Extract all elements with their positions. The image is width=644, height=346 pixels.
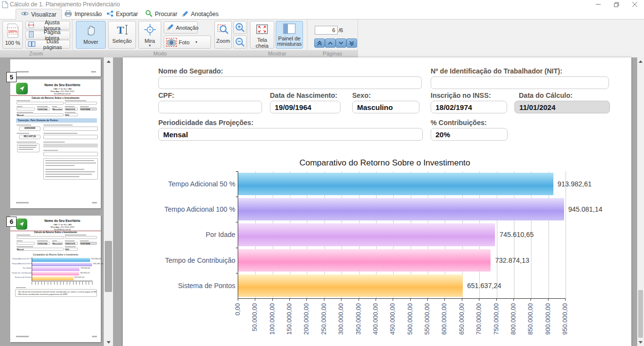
x-tick-label: 50.000,00 xyxy=(251,303,258,331)
restore-button[interactable] xyxy=(608,0,625,9)
x-tick-label: 350.000,00 xyxy=(355,303,362,335)
ribbon-toolbar: 100% 100 % Ajusta largura Página inteira… xyxy=(0,19,644,57)
two-pages-button[interactable]: Duas páginas xyxy=(25,40,70,49)
move-button[interactable]: Mover xyxy=(76,21,106,49)
cpf-input[interactable] xyxy=(158,101,262,113)
thumb-office-email: Seu@Email.com.br xyxy=(28,92,97,95)
selection-button[interactable]: T Seleção xyxy=(108,21,136,49)
data-calculo-label: Data do Cálculo: xyxy=(519,91,572,99)
crosshair-button[interactable]: Mira ▾ xyxy=(138,21,161,49)
sexo-label: Sexo: xyxy=(352,91,371,99)
tab-label: Visualizar xyxy=(31,11,57,18)
contribuicoes-label: % Contribuições: xyxy=(431,119,487,127)
thumb-value-1: 16/05/2030 xyxy=(19,127,40,131)
page-6-badge: 6 xyxy=(6,217,17,227)
thumb-calculo: 11/01/2024 xyxy=(80,108,97,110)
workspace: 5 Nome do Seu Escritório OAB: nº do Seu … xyxy=(0,57,644,346)
minimize-button[interactable] xyxy=(590,0,606,9)
crosshair-icon xyxy=(144,23,156,37)
fit-width-button[interactable]: Ajusta largura xyxy=(25,21,70,30)
thumb-contribuicoes: 20% xyxy=(65,113,78,116)
x-tick-label: 700.000,00 xyxy=(475,303,482,335)
tab-exportar[interactable]: Exportar xyxy=(101,9,143,19)
inss-label: Inscrição no INSS: xyxy=(431,91,491,99)
next-page-button[interactable] xyxy=(336,38,346,48)
tab-visualizar[interactable]: Visualizar xyxy=(16,9,62,20)
thumb-scroll-up-button[interactable] xyxy=(104,57,113,65)
thumb-category-label: Tempo de Contribuição xyxy=(12,272,31,274)
thumb-category-label: Por Idade xyxy=(12,267,31,269)
thumb-chart-bar xyxy=(32,267,79,271)
nome-segurado-input[interactable] xyxy=(158,76,422,89)
tab-impressao[interactable]: Impressão xyxy=(59,9,107,19)
x-tick-label: 800.000,00 xyxy=(510,303,517,335)
pages-group-label: Páginas xyxy=(307,51,358,56)
main-scroll-up-button[interactable] xyxy=(637,57,644,65)
zoom-in-button[interactable] xyxy=(233,21,246,34)
zoom-in-icon xyxy=(235,22,245,34)
zoom-out-button[interactable] xyxy=(233,36,246,49)
nit-input[interactable] xyxy=(431,76,609,89)
thumb-category-label: Tempo Adicional 50 % xyxy=(12,257,31,260)
x-tick-label: 200.000,00 xyxy=(303,303,310,335)
fullscreen-button[interactable]: Tela cheia xyxy=(250,21,274,49)
tab-label: Impressão xyxy=(75,11,102,18)
x-tick-label: 300.000,00 xyxy=(337,303,344,335)
tab-anotacoes[interactable]: Anotações xyxy=(176,9,224,19)
chevron-down-icon xyxy=(639,341,643,344)
x-tick-label: 650.000,00 xyxy=(458,303,465,335)
previous-page-button[interactable] xyxy=(325,38,336,48)
annotation-button[interactable]: Anotação xyxy=(164,21,198,34)
thumbnail-page-6[interactable]: Nome do Seu Escritório OAB: nº do Seu OA… xyxy=(10,216,101,342)
x-tick-label: 150.000,00 xyxy=(285,303,293,335)
thumb-category-label: Tempo Adicional 100 % xyxy=(12,262,31,265)
fit-width-icon xyxy=(28,22,35,29)
category-label: Tempo Adicional 50 % xyxy=(132,171,235,197)
periodicidade-input[interactable]: Mensal xyxy=(158,128,423,141)
two-pages-icon xyxy=(28,41,36,48)
zoom-select-button[interactable]: Zoom xyxy=(214,21,232,49)
thumb-scrollbar-thumb[interactable] xyxy=(105,241,112,292)
thumbnail-scrollbar[interactable] xyxy=(104,57,113,346)
inss-input[interactable]: 18/02/1974 xyxy=(431,101,507,113)
thumbnail-page-5[interactable]: Nome do Seu Escritório OAB: nº do Seu OA… xyxy=(10,79,101,208)
chart-title: Comparativo do Retorno Sobre o Investime… xyxy=(221,158,549,168)
bar-value-label: 651.637,24 xyxy=(467,282,501,290)
main-scrollbar[interactable] xyxy=(637,57,644,346)
nascimento-input[interactable]: 19/09/1964 xyxy=(270,101,341,113)
thumb-sexo: Masculino xyxy=(52,108,63,110)
chart-bar xyxy=(238,249,491,272)
thumbnails-panel-button[interactable]: Painel de miniaturas xyxy=(276,21,303,49)
thumb-chart-bar xyxy=(32,276,74,280)
window-title: Cálculo de 1. Planejamento Previdenciári… xyxy=(10,1,120,8)
nome-segurado-label: Nome do Segurado: xyxy=(158,67,223,75)
bar-value-label: 732.874,13 xyxy=(495,256,529,264)
x-tick-label: 900.000,00 xyxy=(544,303,551,335)
last-page-button[interactable] xyxy=(346,38,357,48)
page-total-label: /6 xyxy=(339,27,343,33)
photo-button[interactable]: Foto ▾ xyxy=(164,36,211,49)
photo-icon xyxy=(166,38,177,47)
thumbnail-page-4-partial[interactable] xyxy=(10,59,101,76)
group-separator xyxy=(358,19,358,51)
tab-label: Anotações xyxy=(191,11,219,18)
chart-bar-row: 651.637,24 xyxy=(238,273,566,298)
first-page-button[interactable] xyxy=(314,38,325,48)
whole-page-button[interactable]: Página inteira xyxy=(25,31,70,39)
main-scroll-down-button[interactable] xyxy=(637,338,644,346)
thumb-scroll-down-button[interactable] xyxy=(104,338,113,346)
pencil-icon xyxy=(181,10,189,18)
zoom-select-icon xyxy=(217,23,229,37)
zoom-out-icon xyxy=(235,37,245,48)
close-button[interactable] xyxy=(626,0,643,9)
thumb-chart-plot: 913.982,61Tempo Adicional 50 %945.081,14… xyxy=(32,257,93,281)
data-calculo-input[interactable]: 11/01/2024 xyxy=(514,101,610,113)
group-separator xyxy=(247,19,248,51)
main-scrollbar-thumb[interactable] xyxy=(638,290,643,338)
sexo-input[interactable]: Masculino xyxy=(352,101,419,113)
page-number-input[interactable]: 6 xyxy=(315,26,338,35)
thumb-category-label: Sistema de Pontos xyxy=(12,276,31,278)
contribuicoes-input[interactable]: 20% xyxy=(431,128,508,141)
zoom-100-button[interactable]: 100% 100 % xyxy=(2,21,23,49)
thumb-periodicidade: Mensal xyxy=(17,113,64,116)
